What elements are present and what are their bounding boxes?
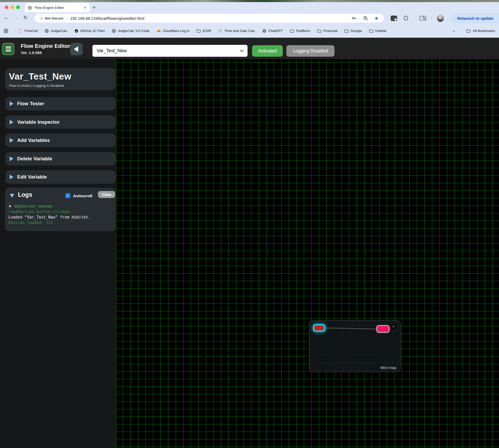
extensions-puzzle-icon[interactable] bbox=[403, 15, 409, 21]
activated-button[interactable]: Activated bbox=[252, 45, 283, 57]
log-text: loadDevices button clicked. bbox=[8, 209, 72, 215]
bookmark-item[interactable]: Hubitat bbox=[369, 29, 386, 33]
section-flow-tester[interactable]: Flow Tester bbox=[5, 97, 116, 110]
side-panel-search-icon[interactable] bbox=[419, 15, 426, 21]
logging-disabled-button[interactable]: Logging Disabled bbox=[286, 45, 334, 57]
browser-tab[interactable]: Flow Engine Editor ✕ bbox=[25, 3, 90, 12]
bookmark-item[interactable]: ChatGPT bbox=[262, 29, 283, 33]
address-bar[interactable]: ⚠ Not Secure 192.168.68.133/local/flowen… bbox=[35, 14, 384, 23]
new-tab-button[interactable]: + bbox=[93, 4, 96, 11]
bookmark-item[interactable]: JudgeCalc bbox=[45, 29, 67, 33]
clear-logs-button[interactable]: Clear bbox=[98, 191, 115, 198]
minimap-toggle-button[interactable]: ≡ bbox=[390, 323, 397, 330]
flow-select[interactable]: Var_Test_New bbox=[92, 45, 248, 57]
section-variable-inspector[interactable]: Variable Inspector bbox=[5, 115, 116, 129]
bookmarks-overflow-chevron[interactable]: » bbox=[453, 29, 455, 33]
desktop-background-sliver bbox=[0, 0, 499, 2]
minimap-node[interactable] bbox=[377, 325, 389, 333]
tab-close-icon[interactable]: ✕ bbox=[84, 6, 87, 10]
autoscroll-checkbox[interactable]: ✓ bbox=[65, 193, 70, 198]
section-add-variables[interactable]: Add Variables bbox=[5, 134, 116, 147]
minimap-connection-wire bbox=[326, 328, 377, 329]
bookmark-label: Google bbox=[351, 29, 362, 33]
forward-icon[interactable]: → bbox=[14, 14, 19, 21]
bookmark-star-icon[interactable]: ★ bbox=[374, 16, 379, 21]
relaunch-label: Relaunch to update bbox=[457, 16, 493, 21]
bookmark-item[interactable]: FedBens bbox=[290, 29, 310, 33]
content-area: Var_Test_New Flow is Active | Logging is… bbox=[0, 59, 499, 448]
flow-canvas[interactable]: ≡ Mini-map bbox=[116, 59, 499, 448]
github-icon bbox=[74, 29, 78, 33]
log-line: loadDevices button clicked. bbox=[8, 209, 90, 215]
close-window-button[interactable] bbox=[5, 5, 8, 9]
flow-status: Flow is Active | Logging is Disabled bbox=[9, 84, 64, 88]
bookmark-item[interactable]: FreeCell bbox=[18, 29, 38, 33]
reload-icon[interactable]: ↻ bbox=[23, 15, 28, 21]
bookmarks-bar: FreeCell JudgeCalc GitHub JC Files bbox=[0, 24, 499, 38]
app-header: Flow Engine Editor Ver. 1.0.068 Var_Test… bbox=[0, 38, 499, 59]
folder-icon bbox=[290, 29, 294, 33]
apps-grid-icon[interactable] bbox=[4, 29, 8, 33]
flow-title-card: Var_Test_New Flow is Active | Logging is… bbox=[5, 68, 116, 90]
section-delete-variable[interactable]: Delete Variable bbox=[5, 152, 116, 166]
tab-title: Flow Engine Editor bbox=[35, 6, 82, 10]
minimize-window-button[interactable] bbox=[10, 5, 14, 9]
bookmark-label: FreeCell bbox=[24, 29, 38, 33]
password-key-icon[interactable] bbox=[351, 15, 357, 21]
bookmark-item[interactable]: EOIR bbox=[196, 29, 211, 33]
collapse-sidebar-button[interactable] bbox=[70, 43, 83, 55]
flow-title: Var_Test_New bbox=[9, 71, 71, 82]
autoscroll-label: Autoscroll bbox=[73, 194, 92, 198]
bookmarks-separator bbox=[15, 29, 15, 33]
tab-strip: Flow Engine Editor ✕ + bbox=[0, 2, 499, 12]
minimap[interactable]: ≡ Mini-map bbox=[309, 320, 401, 372]
toolbar-separator bbox=[431, 16, 432, 21]
all-bookmarks-label: All Bookmarks bbox=[473, 29, 495, 33]
extension-favicon-icon[interactable] bbox=[391, 16, 397, 21]
flow-engine-editor-page: Flow Engine Editor Ver. 1.0.068 Var_Test… bbox=[0, 38, 499, 448]
zoom-window-button[interactable] bbox=[16, 5, 20, 9]
bookmark-label: GitHub JC Files bbox=[80, 29, 105, 33]
bookmark-item[interactable]: JudgeCalc VS Code bbox=[112, 29, 149, 33]
bookmark-label: JudgeCalc bbox=[51, 29, 67, 33]
bookmark-item[interactable]: Time and Date Calc bbox=[218, 29, 255, 33]
folder-icon bbox=[317, 29, 321, 33]
hamburger-menu-button[interactable] bbox=[2, 43, 14, 55]
chevron-down-icon bbox=[240, 48, 244, 52]
omnibox-icons: ★ bbox=[351, 15, 384, 21]
folder-icon bbox=[344, 29, 349, 33]
url-text[interactable]: 192.168.68.133/local/flowengineeditor.ht… bbox=[70, 16, 144, 21]
app-title: Flow Engine Editor bbox=[21, 43, 70, 49]
collapse-down-icon[interactable] bbox=[10, 194, 14, 198]
minimap-label: Mini-map bbox=[380, 365, 396, 370]
profile-avatar[interactable] bbox=[437, 15, 444, 22]
relaunch-button[interactable]: Relaunch to update ⋮ bbox=[450, 13, 499, 23]
section-edit-variable[interactable]: Edit Variable bbox=[5, 170, 116, 184]
log-line: Devices loaded: 112 bbox=[8, 220, 90, 226]
folder-icon bbox=[466, 29, 471, 33]
bookmark-item[interactable]: Cloudflare Log in bbox=[156, 29, 189, 33]
bookmark-item[interactable]: Financial bbox=[317, 29, 337, 33]
log-line: Loaded “Var_Test_New” from Hubitat. bbox=[8, 215, 90, 220]
more-menu-icon[interactable]: ⋮ bbox=[498, 16, 499, 21]
magnifier-icon bbox=[8, 205, 12, 209]
bookmark-item[interactable]: GitHub JC Files bbox=[74, 29, 105, 33]
back-icon[interactable]: ← bbox=[4, 14, 9, 21]
log-text: Loaded “Var_Test_New” from Hubitat. bbox=[8, 215, 90, 220]
section-label: Add Variables bbox=[17, 137, 50, 143]
bookmark-label: JudgeCalc VS Code bbox=[118, 29, 149, 33]
folder-icon bbox=[369, 29, 373, 33]
bookmark-label: FedBens bbox=[296, 29, 310, 33]
bookmark-item[interactable]: Google bbox=[344, 29, 362, 33]
zoom-page-icon[interactable] bbox=[363, 15, 369, 21]
bookmarks-separator bbox=[461, 28, 461, 34]
bookmark-label: Time and Date Calc bbox=[224, 29, 255, 33]
minimap-node-selected[interactable] bbox=[313, 324, 325, 332]
openai-icon bbox=[262, 29, 266, 33]
bookmark-label: EOIR bbox=[203, 29, 211, 33]
all-bookmarks-button[interactable]: All Bookmarks bbox=[466, 29, 497, 33]
security-chip[interactable]: ⚠ Not Secure bbox=[37, 15, 67, 22]
expand-right-icon bbox=[10, 101, 14, 106]
expand-right-icon bbox=[10, 120, 14, 124]
expand-right-icon bbox=[10, 138, 14, 143]
